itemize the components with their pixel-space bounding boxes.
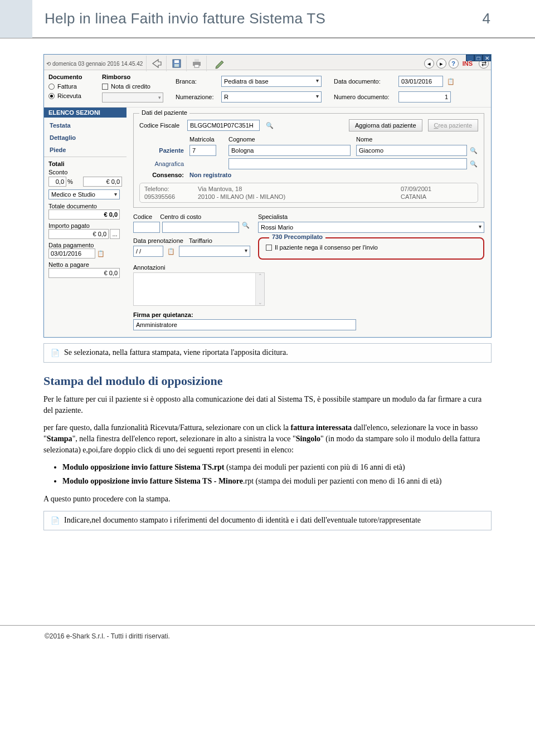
consenso-value: Non registrato: [189, 172, 478, 178]
cb-nega-consenso[interactable]: Il paziente nega il consenso per l'invio: [266, 244, 476, 251]
toolbar: _ □ ✕ ⟲ domenica 03 gennaio 2016 14.45.4…: [44, 55, 491, 70]
minimize-icon[interactable]: _: [466, 55, 474, 61]
centro-label: Centro di costo: [160, 213, 201, 220]
search-icon[interactable]: 🔍: [265, 122, 274, 129]
tariffario-select[interactable]: [179, 246, 250, 257]
arrow-icon[interactable]: [146, 56, 166, 71]
svg-rect-2: [174, 64, 179, 67]
radio-ricevuta[interactable]: Ricevuta: [48, 92, 95, 99]
specialista-select[interactable]: Rossi Mario: [258, 222, 484, 233]
sconto-label: Sconto: [48, 169, 122, 175]
history-back[interactable]: ⟲ domenica 03 gennaio 2016 14.45.42: [46, 61, 143, 67]
num-doc-label: Numero documento:: [334, 94, 395, 100]
annotazioni-textarea[interactable]: ⌃⌄: [133, 272, 265, 306]
anagrafica-input[interactable]: [228, 158, 467, 169]
tot-doc-value: € 0,0: [48, 209, 120, 220]
page-stripe: [0, 0, 32, 38]
doc-title: Help in linea Faith invio fatture Sistem…: [45, 10, 325, 27]
crea-paziente-button: CCrea pazienterea paziente: [428, 119, 479, 131]
precompilato-box: 730 Precompilato Il paziente nega il con…: [258, 237, 484, 260]
calendar-icon[interactable]: 📋: [446, 78, 455, 85]
radio-fattura[interactable]: Fattura: [48, 83, 95, 90]
matricola-label: Matricola: [189, 136, 223, 143]
help-icon[interactable]: ?: [449, 58, 459, 69]
search-icon[interactable]: 🔍: [469, 147, 478, 154]
firma-input[interactable]: Amministratore: [133, 319, 356, 330]
sconto-pct-input[interactable]: 0,0: [48, 177, 66, 187]
medico-studio-select[interactable]: Medico e Studio: [48, 189, 120, 199]
centro-input[interactable]: [162, 222, 239, 233]
addr1: Via Mantova, 18: [198, 186, 395, 192]
close-icon[interactable]: ✕: [483, 55, 491, 61]
codice-label: Codice: [133, 213, 152, 220]
sezione-piede[interactable]: Piede: [50, 147, 121, 153]
birth-date: 07/09/2001: [401, 186, 473, 192]
sezione-testata[interactable]: Testata: [50, 122, 121, 129]
note-box-2: 📄 Indicare,nel documento stampato i rife…: [43, 511, 492, 530]
svg-rect-1: [174, 60, 179, 63]
cognome-input[interactable]: Bologna: [228, 145, 351, 156]
nome-input[interactable]: Giacomo: [356, 145, 467, 156]
p2: per fare questo, dalla funzionalità Rice…: [43, 422, 492, 456]
nav-prev-icon[interactable]: ◂: [424, 58, 434, 69]
aggiorna-button[interactable]: Aggiorna dati paziente: [349, 119, 422, 131]
scrollbar[interactable]: ⌃⌄: [255, 273, 264, 305]
sezioni-header: ELENCO SEZIONI: [44, 108, 127, 118]
note-icon: 📄: [51, 516, 60, 525]
data-doc-label: Data documento:: [334, 78, 395, 85]
note-icon: 📄: [51, 349, 60, 358]
right-panel: Dati del paziente Codice Fiscale BLGGCM0…: [127, 108, 491, 337]
rimborso-select[interactable]: [102, 92, 163, 103]
nav-next-icon[interactable]: ▸: [436, 58, 446, 69]
paziente-label: Paziente: [139, 147, 184, 154]
report-list: Modulo opposizione invio fatture Sistema…: [43, 461, 492, 487]
tot-doc-label: Totale documento: [48, 203, 122, 209]
doc-header: Help in linea Faith invio fatture Sistem…: [0, 0, 535, 38]
window-controls: _ □ ✕: [466, 55, 491, 61]
note-text-1: Se selezionata, nella fattura stampata, …: [64, 348, 288, 357]
tariffario-label: Tariffario: [189, 237, 212, 244]
numerazione-label: Numerazione:: [176, 94, 218, 100]
totali-header: Totali: [48, 160, 122, 167]
list-item: Modulo opposizione invio fatture Sistema…: [62, 461, 492, 473]
data-pag-input[interactable]: 03/01/2016: [48, 248, 95, 258]
codice-input[interactable]: [133, 222, 160, 233]
calendar-icon[interactable]: 📋: [167, 248, 176, 255]
sconto-val: € 0,0: [83, 177, 122, 187]
app-window: _ □ ✕ ⟲ domenica 03 gennaio 2016 14.45.4…: [43, 54, 492, 338]
cf-input[interactable]: BLGGCM01P07C351H: [187, 120, 260, 131]
data-pren-input[interactable]: / /: [133, 246, 163, 257]
netto-label: Netto a pagare: [48, 261, 122, 268]
dati-paziente-legend: Dati del paziente: [139, 109, 189, 116]
back-icon: ⟲: [46, 61, 51, 67]
cb-nota-credito[interactable]: Nota di credito: [102, 83, 169, 90]
form-header: Documento Fattura Ricevuta Rimborso Nota…: [44, 70, 491, 108]
section-heading: Stampa del modulo di opposizione: [43, 374, 492, 388]
save-icon[interactable]: [166, 56, 186, 71]
calendar-icon[interactable]: 📋: [96, 250, 105, 257]
pct-symbol: %: [67, 178, 73, 185]
num-doc-input[interactable]: 1: [398, 91, 451, 103]
list-item: Modulo opposizione invio fatture Sistema…: [62, 475, 492, 487]
data-doc-input[interactable]: 03/01/2016: [398, 76, 443, 87]
birth-place: CATANIA: [401, 193, 473, 200]
edit-icon[interactable]: [206, 56, 233, 71]
numerazione-select[interactable]: R: [221, 91, 322, 103]
svg-rect-4: [194, 59, 199, 62]
matricola-input[interactable]: 7: [189, 145, 216, 156]
search-icon[interactable]: 🔍: [469, 160, 478, 168]
precompilato-legend: 730 Precompilato: [269, 233, 325, 240]
consenso-label: Consenso:: [139, 172, 184, 178]
branca-select[interactable]: Pediatra di base: [221, 76, 322, 87]
imp-pag-value: € 0,0: [48, 229, 109, 239]
imp-pag-more[interactable]: ...: [110, 229, 120, 239]
data-pag-label: Data pagamento: [48, 242, 122, 248]
sezione-dettaglio[interactable]: Dettaglio: [50, 134, 121, 141]
documento-label: Documento: [48, 74, 95, 80]
rimborso-label: Rimborso: [102, 74, 169, 80]
firma-label: Firma per quietanza:: [133, 311, 484, 318]
search-icon[interactable]: 🔍: [241, 222, 250, 233]
maximize-icon[interactable]: □: [474, 55, 483, 61]
anagrafica-label: Anagrafica: [139, 160, 184, 167]
print-icon[interactable]: [186, 56, 206, 71]
